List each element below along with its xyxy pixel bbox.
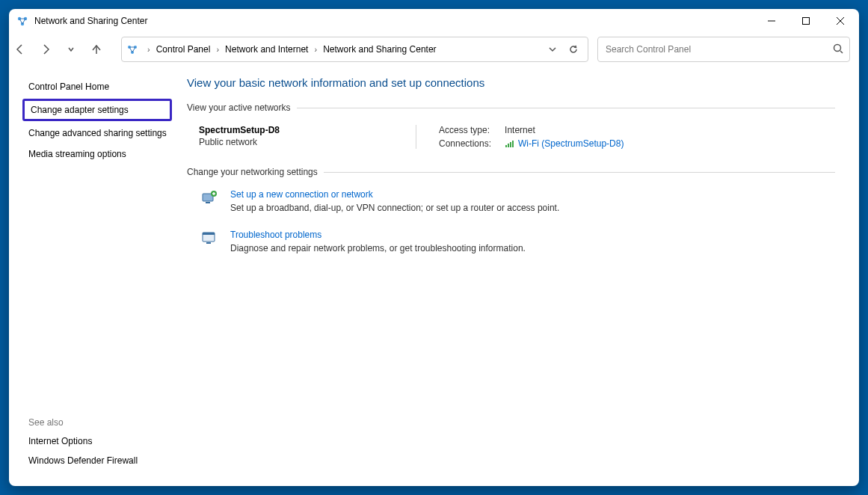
troubleshoot-icon xyxy=(199,230,220,248)
window-title: Network and Sharing Center xyxy=(34,16,147,26)
recent-locations-button[interactable] xyxy=(60,38,82,61)
change-settings-section: Change your networking settings xyxy=(187,167,841,253)
network-name: SpectrumSetup-D8 xyxy=(199,125,393,135)
address-dropdown-button[interactable] xyxy=(543,40,562,59)
divider-line xyxy=(324,172,835,173)
breadcrumb-item[interactable]: Control Panel xyxy=(156,44,211,55)
settings-item-body: Troubleshoot problems Diagnose and repai… xyxy=(230,230,526,253)
wifi-signal-icon xyxy=(505,138,515,149)
settings-item-troubleshoot: Troubleshoot problems Diagnose and repai… xyxy=(199,230,841,253)
network-type: Public network xyxy=(199,137,393,147)
app-icon xyxy=(16,15,28,27)
search-icon[interactable] xyxy=(833,43,843,56)
titlebar: Network and Sharing Center xyxy=(9,9,859,33)
see-also-section: See also Internet Options Windows Defend… xyxy=(22,413,179,476)
chevron-right-icon[interactable]: › xyxy=(216,45,219,54)
new-connection-desc: Set up a broadband, dial-up, or VPN conn… xyxy=(230,203,559,213)
chevron-right-icon[interactable]: › xyxy=(147,45,150,54)
network-identity: SpectrumSetup-D8 Public network xyxy=(199,125,393,149)
page-heading: View your basic network information and … xyxy=(187,76,841,89)
network-row: SpectrumSetup-D8 Public network Access t… xyxy=(187,125,841,149)
change-settings-title-text: Change your networking settings xyxy=(187,167,318,177)
sidebar-item-media-streaming[interactable]: Media streaming options xyxy=(22,145,172,163)
sidebar-item-change-advanced-sharing[interactable]: Change advanced sharing settings xyxy=(22,124,172,142)
access-type-label: Access type: xyxy=(439,125,491,135)
search-box[interactable] xyxy=(597,37,850,62)
forward-button[interactable] xyxy=(34,38,57,61)
troubleshoot-link[interactable]: Troubleshoot problems xyxy=(230,230,321,240)
new-connection-icon xyxy=(199,189,220,207)
see-also-windows-defender-firewall[interactable]: Windows Defender Firewall xyxy=(22,452,172,470)
sidebar-item-control-panel-home[interactable]: Control Panel Home xyxy=(22,78,172,96)
access-type-value: Internet xyxy=(505,125,624,135)
address-bar[interactable]: › Control Panel › Network and Internet ›… xyxy=(121,37,588,62)
window: Network and Sharing Center xyxy=(9,9,859,486)
settings-item-new-connection: Set up a new connection or network Set u… xyxy=(199,189,841,213)
active-networks-section: View your active networks SpectrumSetup-… xyxy=(187,102,841,149)
breadcrumb-item[interactable]: Network and Internet xyxy=(225,44,308,55)
navigation-bar: › Control Panel › Network and Internet ›… xyxy=(9,33,859,66)
body: Control Panel Home Change adapter settin… xyxy=(9,66,859,486)
breadcrumb-item[interactable]: Network and Sharing Center xyxy=(323,44,436,55)
back-button[interactable] xyxy=(9,38,31,61)
svg-rect-21 xyxy=(203,233,215,235)
active-networks-title-text: View your active networks xyxy=(187,102,291,113)
network-details: Access type: Internet Connections: xyxy=(439,125,624,149)
svg-rect-18 xyxy=(206,202,210,203)
svg-line-12 xyxy=(840,51,843,53)
content-area: View your basic network information and … xyxy=(179,66,859,486)
see-also-internet-options[interactable]: Internet Options xyxy=(22,432,172,450)
sidebar: Control Panel Home Change adapter settin… xyxy=(9,66,179,486)
connection-link[interactable]: Wi-Fi (SpectrumSetup-D8) xyxy=(505,138,624,149)
minimize-button[interactable] xyxy=(754,9,789,33)
settings-list: Set up a new connection or network Set u… xyxy=(187,189,841,253)
change-settings-title: Change your networking settings xyxy=(187,167,841,177)
svg-rect-15 xyxy=(510,142,511,147)
connections-label: Connections: xyxy=(439,138,491,149)
connection-link-text: Wi-Fi (SpectrumSetup-D8) xyxy=(518,138,624,149)
svg-point-11 xyxy=(834,44,841,51)
svg-rect-16 xyxy=(512,141,514,147)
svg-rect-4 xyxy=(803,18,810,25)
new-connection-link[interactable]: Set up a new connection or network xyxy=(230,189,373,200)
settings-item-body: Set up a new connection or network Set u… xyxy=(230,189,559,213)
active-networks-title: View your active networks xyxy=(187,102,841,113)
up-button[interactable] xyxy=(85,38,108,61)
see-also-title: See also xyxy=(28,417,179,428)
divider-line xyxy=(297,108,835,108)
sidebar-item-change-adapter-settings[interactable]: Change adapter settings xyxy=(22,99,172,121)
refresh-button[interactable] xyxy=(564,40,583,59)
search-input[interactable] xyxy=(604,43,833,55)
vertical-divider xyxy=(416,125,416,149)
maximize-button[interactable] xyxy=(789,9,823,33)
svg-rect-14 xyxy=(508,144,509,147)
svg-rect-22 xyxy=(206,242,211,244)
svg-rect-13 xyxy=(505,145,507,147)
network-sharing-icon xyxy=(126,43,138,55)
close-button[interactable] xyxy=(823,9,858,33)
troubleshoot-desc: Diagnose and repair network problems, or… xyxy=(230,243,526,253)
chevron-right-icon[interactable]: › xyxy=(314,45,317,54)
